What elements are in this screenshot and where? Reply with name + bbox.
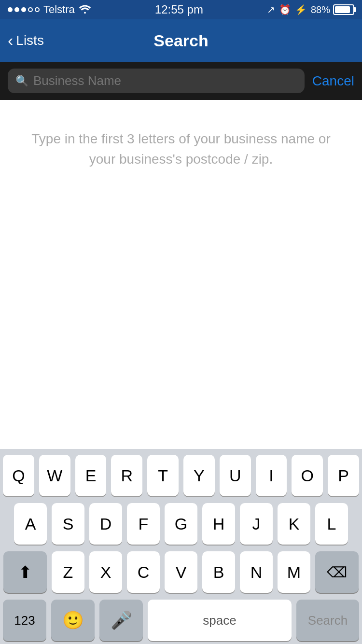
battery-icon [333,4,354,15]
alarm-icon: ⏰ [279,4,291,15]
back-chevron-icon: ‹ [8,32,13,48]
battery-container: 88% [311,4,354,15]
delete-key[interactable]: ⌫ [315,551,359,593]
back-button[interactable]: ‹ Lists [8,33,44,48]
content-area: Type in the first 3 letters of your busi… [0,100,362,449]
key-p[interactable]: P [328,455,359,496]
keyboard-row-1: Q W E R T Y U I O P [3,455,359,496]
keyboard-row-3: ⬆ Z X C V B N M ⌫ [3,551,359,593]
key-o[interactable]: O [292,455,323,496]
emoji-key[interactable]: 🙂 [51,600,95,641]
shift-key[interactable]: ⬆ [3,551,47,593]
key-f[interactable]: F [127,503,160,545]
status-bar: Telstra 12:55 pm ↗ ⏰ ⚡ 88% [0,0,362,19]
key-h[interactable]: H [202,503,235,545]
key-w[interactable]: W [39,455,70,496]
carrier-label: Telstra [43,3,75,16]
battery-fill [335,6,350,13]
cancel-button[interactable]: Cancel [312,73,354,89]
key-l[interactable]: L [315,503,348,545]
key-k[interactable]: K [278,503,310,545]
search-input-container[interactable]: 🔍 [8,69,305,93]
status-left: Telstra [8,3,91,16]
keyboard: Q W E R T Y U I O P A S D F G H J K L ⬆ … [0,449,362,644]
signal-dot-2 [14,7,19,12]
key-i[interactable]: I [256,455,287,496]
hint-text: Type in the first 3 letters of your busi… [19,129,343,169]
keyboard-row-2: A S D F G H J K L [3,503,359,545]
nav-title: Search [153,31,208,50]
status-right: ↗ ⏰ ⚡ 88% [267,4,354,15]
key-b[interactable]: B [202,551,235,593]
search-icon: 🔍 [15,75,28,87]
delete-icon: ⌫ [327,564,347,581]
num-key[interactable]: 123 [3,600,46,641]
key-r[interactable]: R [111,455,142,496]
key-x[interactable]: X [89,551,122,593]
key-u[interactable]: U [220,455,251,496]
location-icon: ↗ [267,4,275,15]
signal-dot-3 [21,7,26,12]
space-key[interactable]: space [148,600,292,641]
key-y[interactable]: Y [183,455,215,496]
key-m[interactable]: M [278,551,310,593]
wifi-icon [79,4,91,16]
search-input[interactable] [33,73,297,88]
key-z[interactable]: Z [52,551,84,593]
mic-key[interactable]: 🎤 [99,600,143,641]
nav-bar: ‹ Lists Search [0,19,362,62]
key-q[interactable]: Q [3,455,34,496]
signal-dot-1 [8,7,13,12]
bluetooth-icon: ⚡ [295,4,307,15]
key-v[interactable]: V [165,551,197,593]
status-time: 12:55 pm [155,3,203,16]
key-g[interactable]: G [165,503,197,545]
key-e[interactable]: E [75,455,107,496]
search-key[interactable]: Search [296,600,359,641]
key-c[interactable]: C [127,551,160,593]
signal-dot-5 [35,7,40,12]
key-d[interactable]: D [89,503,122,545]
key-s[interactable]: S [52,503,84,545]
key-a[interactable]: A [14,503,47,545]
key-t[interactable]: T [147,455,179,496]
key-j[interactable]: J [240,503,273,545]
keyboard-row-4: 123 🙂 🎤 space Search [3,600,359,641]
battery-percent: 88% [311,4,330,15]
back-label: Lists [16,33,44,48]
key-n[interactable]: N [240,551,273,593]
signal-dots [8,7,40,12]
search-bar-area: 🔍 Cancel [0,62,362,100]
signal-dot-4 [28,7,33,12]
